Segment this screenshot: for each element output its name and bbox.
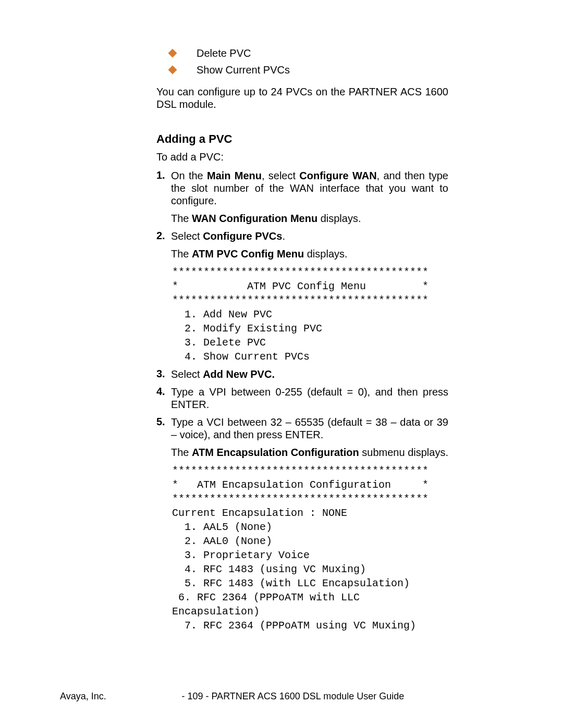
steps-list-cont: 3. Select Add New PVC. 4. Type a VPI bet… — [156, 368, 448, 459]
configure-pvcs-label: Configure PVCs — [203, 230, 282, 242]
footer-page: - 109 - — [181, 691, 209, 701]
add-new-pvc-label: Add New PVC. — [203, 368, 275, 380]
bullet-show-pvcs: Show Current PVCs — [156, 63, 448, 77]
step-result: The WAN Configuration Menu displays. — [171, 212, 448, 225]
atm-pvc-config-menu: ****************************************… — [172, 265, 448, 364]
bullet-text: Delete PVC — [197, 46, 251, 60]
step-1: 1. On the Main Menu, select Configure WA… — [156, 169, 448, 225]
atm-encap-label: ATM Encapsulation Configuration — [192, 447, 359, 458]
step-text: Type a VPI between 0-255 (default = 0), … — [171, 386, 448, 411]
step-result: The ATM Encapsulation Configuration subm… — [171, 446, 448, 459]
atm-encap-config-menu: ****************************************… — [172, 464, 448, 633]
steps-list: 1. On the Main Menu, select Configure WA… — [156, 169, 448, 260]
diamond-icon — [168, 66, 177, 75]
step-body: Type a VCI between 32 – 65535 (default =… — [171, 416, 448, 459]
page-content: Delete PVC Show Current PVCs You can con… — [156, 46, 448, 633]
step-text: Type a VCI between 32 – 65535 (default =… — [171, 416, 448, 441]
step-number: 3. — [156, 368, 171, 380]
step-number: 5. — [156, 416, 171, 459]
footer-center: - 109 - PARTNER ACS 1600 DSL module User… — [83, 691, 503, 702]
diamond-icon — [168, 49, 177, 58]
atm-pvc-menu-label: ATM PVC Config Menu — [192, 248, 304, 260]
step-body: Select Configure PVCs. The ATM PVC Confi… — [171, 230, 448, 260]
main-menu-label: Main Menu — [207, 170, 262, 181]
footer-title: PARTNER ACS 1600 DSL module User Guide — [211, 691, 404, 701]
step-text: Select Configure PVCs. — [171, 230, 448, 242]
bullet-text: Show Current PVCs — [197, 63, 290, 77]
step-4: 4. Type a VPI between 0-255 (default = 0… — [156, 386, 448, 411]
step-3: 3. Select Add New PVC. — [156, 368, 448, 380]
to-add-line: To add a PVC: — [156, 151, 448, 163]
bullet-delete-pvc: Delete PVC — [156, 46, 448, 60]
step-number: 4. — [156, 386, 171, 411]
step-body: Type a VPI between 0-255 (default = 0), … — [171, 386, 448, 411]
wan-config-menu-label: WAN Configuration Menu — [192, 213, 317, 224]
configure-wan-label: Configure WAN — [299, 170, 376, 181]
step-number: 2. — [156, 230, 171, 260]
section-heading: Adding a PVC — [156, 132, 448, 146]
step-text: On the Main Menu, select Configure WAN, … — [171, 169, 448, 207]
step-text: Select Add New PVC. — [171, 368, 448, 380]
page-footer: Avaya, Inc. - 109 - PARTNER ACS 1600 DSL… — [60, 691, 503, 702]
step-body: On the Main Menu, select Configure WAN, … — [171, 169, 448, 225]
step-result: The ATM PVC Config Menu displays. — [171, 248, 448, 260]
intro-paragraph: You can configure up to 24 PVCs on the P… — [156, 85, 448, 110]
step-body: Select Add New PVC. — [171, 368, 448, 380]
step-2: 2. Select Configure PVCs. The ATM PVC Co… — [156, 230, 448, 260]
step-number: 1. — [156, 169, 171, 225]
step-5: 5. Type a VCI between 32 – 65535 (defaul… — [156, 416, 448, 459]
